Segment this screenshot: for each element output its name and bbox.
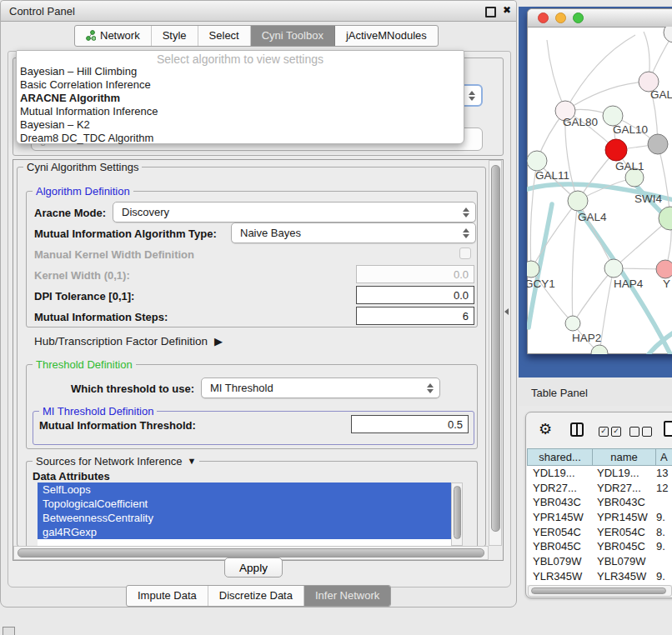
mac-minimize-button[interactable] xyxy=(555,12,566,23)
mi-steps-field[interactable]: 6 xyxy=(356,307,474,325)
combo-stepper-icon xyxy=(463,228,469,238)
column-header-partial[interactable]: A xyxy=(655,448,672,466)
list-item[interactable]: BetweennessCentrality xyxy=(38,511,454,525)
cell[interactable]: YDR27... xyxy=(533,481,577,496)
cell[interactable]: YBR043C xyxy=(597,495,645,510)
table-horizontal-scrollbar[interactable] xyxy=(528,585,672,597)
tab-infer-network[interactable]: Infer Network xyxy=(304,586,390,606)
mac-close-button[interactable] xyxy=(538,12,549,23)
cell[interactable]: 9. xyxy=(656,569,665,584)
cell[interactable]: YPR145W xyxy=(533,510,584,525)
table-row[interactable]: YDR27... YDR27... 12 xyxy=(527,481,672,496)
cell[interactable]: YBR045C xyxy=(597,539,645,554)
cell[interactable]: YPR145W xyxy=(597,510,648,525)
which-threshold-combobox[interactable]: MI Threshold xyxy=(201,378,440,398)
table-row[interactable]: YPR145W YPR145W 9. xyxy=(527,510,672,525)
list-item[interactable]: gal4RGexp xyxy=(38,525,454,539)
minimized-panel-icon[interactable] xyxy=(3,627,15,635)
table-row[interactable]: YLR345W YLR345W 9. xyxy=(527,569,672,584)
deselect-all-columns-icon[interactable] xyxy=(629,427,652,437)
sources-group-title-row[interactable]: Sources for Network Inference ▼ xyxy=(33,455,199,468)
tab-select[interactable]: Select xyxy=(198,26,251,46)
table-panel-header: Table Panel xyxy=(519,379,672,406)
dropdown-item[interactable]: Mutual Information Inference xyxy=(20,105,158,118)
list-item[interactable]: SelfLoops xyxy=(38,482,454,497)
tab-discretize-data-label: Discretize Data xyxy=(219,589,293,602)
cell[interactable]: YDL19... xyxy=(597,466,639,481)
kernel-width-field[interactable]: 0.0 xyxy=(356,265,474,283)
cell[interactable]: 9. xyxy=(656,539,665,554)
cell[interactable]: YBR045C xyxy=(533,539,581,554)
table-row[interactable]: YBR043C YBR043C xyxy=(527,495,672,510)
gear-icon[interactable]: ⚙ xyxy=(539,422,552,437)
network-node[interactable] xyxy=(664,27,672,42)
cell[interactable]: YBL079W xyxy=(533,554,582,569)
manual-kernel-checkbox[interactable] xyxy=(459,248,471,259)
attributes-list-scrollbar[interactable] xyxy=(451,482,463,546)
mi-type-combobox[interactable]: Naive Bayes xyxy=(231,222,476,243)
network-window-titlebar[interactable] xyxy=(528,9,672,28)
list-item[interactable]: TopologicalCoefficient xyxy=(38,497,454,511)
cell[interactable]: 13 xyxy=(656,466,668,481)
dropdown-item[interactable]: Bayesian – K2 xyxy=(20,118,90,132)
aracne-mode-label: Aracne Mode: xyxy=(34,207,106,219)
tab-jactivemnodules[interactable]: jActiveMNodules xyxy=(335,26,438,46)
tab-impute-data[interactable]: Impute Data xyxy=(127,586,208,606)
network-node[interactable] xyxy=(591,345,608,354)
network-node[interactable] xyxy=(648,134,668,154)
cell[interactable]: 12 xyxy=(656,481,668,496)
settings-vertical-scrollbar[interactable] xyxy=(489,160,502,546)
network-node-gal11[interactable] xyxy=(527,151,547,171)
dropdown-item[interactable]: Bayesian – Hill Climbing xyxy=(20,65,137,78)
aracne-mode-combobox[interactable]: Discovery xyxy=(113,202,476,222)
column-header-name[interactable]: name xyxy=(592,448,656,466)
hub-definition-expander[interactable]: Hub/Transcription Factor Definition ▶ xyxy=(34,335,223,348)
network-node-y[interactable] xyxy=(656,260,672,278)
mac-zoom-button[interactable] xyxy=(573,12,584,23)
network-canvas[interactable]: GAL GAL80 GAL10 GAL1 GAL11 SWI4 GAL4 GCY… xyxy=(527,27,672,354)
cell[interactable]: YDR27... xyxy=(597,481,641,496)
splitpane-collapse-arrow-icon[interactable] xyxy=(504,308,509,315)
export-table-icon[interactable] xyxy=(664,421,672,437)
table-row[interactable]: YBR045C YBR045C 9. xyxy=(527,539,672,554)
cell[interactable]: YDL19... xyxy=(533,466,575,481)
close-icon[interactable]: ✖ xyxy=(503,4,511,16)
cell[interactable]: YLR345W xyxy=(533,569,582,584)
cell[interactable]: YER054C xyxy=(597,525,645,540)
mi-type-value: Naive Bayes xyxy=(240,227,301,239)
cell[interactable]: YER054C xyxy=(533,525,581,540)
combo-stepper-icon xyxy=(469,91,475,101)
cell[interactable]: 9. xyxy=(656,510,665,525)
tab-discretize-data[interactable]: Discretize Data xyxy=(208,586,304,606)
table-row[interactable]: YDL19... YDL19... 13 xyxy=(527,466,672,481)
dropdown-item-selected[interactable]: ARACNE Algorithm xyxy=(20,92,120,105)
network-node-hap2[interactable] xyxy=(565,316,580,331)
table-row[interactable]: YBL079W YBL079W xyxy=(527,554,672,569)
float-window-icon[interactable] xyxy=(485,7,496,18)
tab-network[interactable]: Network xyxy=(75,26,152,46)
dpi-tolerance-field[interactable]: 0.0 xyxy=(356,286,474,304)
tab-style[interactable]: Style xyxy=(152,26,198,46)
mi-threshold-field[interactable]: 0.5 xyxy=(351,415,469,433)
network-node-hap4[interactable] xyxy=(604,259,623,278)
cell[interactable]: YBL079W xyxy=(597,554,646,569)
dropdown-item[interactable]: Basic Correlation Inference xyxy=(20,78,151,92)
network-node-gal1-selected[interactable] xyxy=(605,139,627,161)
unchecked-box-icon xyxy=(642,427,652,437)
settings-vscrollbar-thumb[interactable] xyxy=(491,165,500,532)
cell[interactable]: YLR345W xyxy=(597,569,646,584)
dropdown-item[interactable]: Dream8 DC_TDC Algorithm xyxy=(20,132,153,145)
column-header-shared[interactable]: shared... xyxy=(527,448,593,466)
column-layout-icon[interactable] xyxy=(570,422,584,437)
attributes-scrollbar-thumb[interactable] xyxy=(454,486,461,539)
settings-hscrollbar-thumb[interactable] xyxy=(18,548,484,558)
network-node-gcy1[interactable] xyxy=(527,261,539,278)
select-all-columns-icon[interactable]: ✓ ✓ xyxy=(599,427,621,437)
network-node-gal4[interactable] xyxy=(568,191,588,211)
tab-cyni-toolbox[interactable]: Cyni Toolbox xyxy=(251,26,335,46)
table-row[interactable]: YER054C YER054C 8. xyxy=(527,525,672,540)
cell[interactable]: YBR043C xyxy=(533,495,581,510)
apply-button[interactable]: Apply xyxy=(224,558,283,578)
table-hscrollbar-thumb[interactable] xyxy=(531,588,666,594)
cell[interactable]: 8. xyxy=(656,525,665,540)
